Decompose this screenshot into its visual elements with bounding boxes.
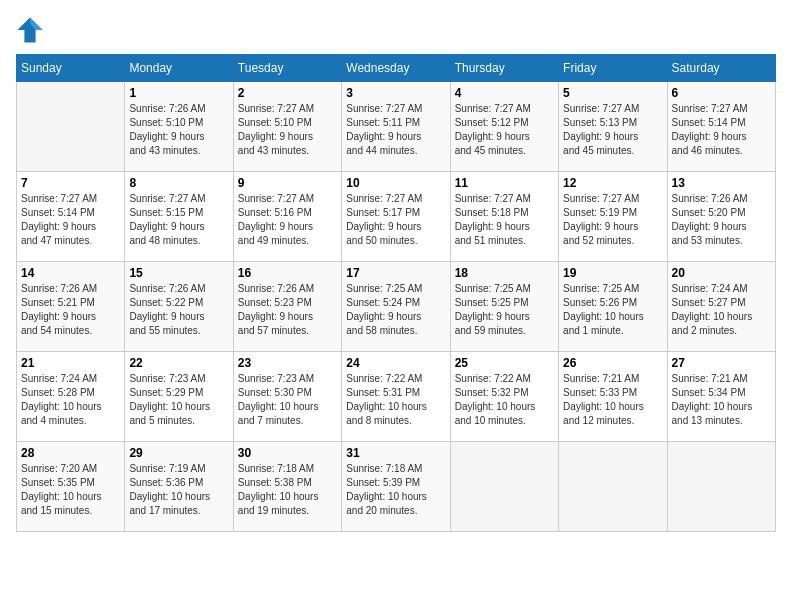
calendar-cell: 26Sunrise: 7:21 AM Sunset: 5:33 PM Dayli… (559, 352, 667, 442)
day-number: 22 (129, 356, 228, 370)
day-number: 1 (129, 86, 228, 100)
day-info: Sunrise: 7:27 AM Sunset: 5:12 PM Dayligh… (455, 102, 554, 158)
calendar-cell: 6Sunrise: 7:27 AM Sunset: 5:14 PM Daylig… (667, 82, 775, 172)
day-number: 31 (346, 446, 445, 460)
day-number: 8 (129, 176, 228, 190)
calendar-cell: 12Sunrise: 7:27 AM Sunset: 5:19 PM Dayli… (559, 172, 667, 262)
calendar-cell: 30Sunrise: 7:18 AM Sunset: 5:38 PM Dayli… (233, 442, 341, 532)
day-info: Sunrise: 7:27 AM Sunset: 5:13 PM Dayligh… (563, 102, 662, 158)
weekday-header: Monday (125, 55, 233, 82)
day-number: 20 (672, 266, 771, 280)
day-number: 18 (455, 266, 554, 280)
day-info: Sunrise: 7:26 AM Sunset: 5:23 PM Dayligh… (238, 282, 337, 338)
calendar-week-row: 7Sunrise: 7:27 AM Sunset: 5:14 PM Daylig… (17, 172, 776, 262)
day-info: Sunrise: 7:26 AM Sunset: 5:10 PM Dayligh… (129, 102, 228, 158)
calendar-cell: 7Sunrise: 7:27 AM Sunset: 5:14 PM Daylig… (17, 172, 125, 262)
calendar-cell: 21Sunrise: 7:24 AM Sunset: 5:28 PM Dayli… (17, 352, 125, 442)
weekday-header: Friday (559, 55, 667, 82)
day-number: 7 (21, 176, 120, 190)
calendar-cell: 13Sunrise: 7:26 AM Sunset: 5:20 PM Dayli… (667, 172, 775, 262)
day-info: Sunrise: 7:20 AM Sunset: 5:35 PM Dayligh… (21, 462, 120, 518)
calendar-week-row: 14Sunrise: 7:26 AM Sunset: 5:21 PM Dayli… (17, 262, 776, 352)
calendar-cell: 28Sunrise: 7:20 AM Sunset: 5:35 PM Dayli… (17, 442, 125, 532)
calendar-week-row: 28Sunrise: 7:20 AM Sunset: 5:35 PM Dayli… (17, 442, 776, 532)
day-info: Sunrise: 7:23 AM Sunset: 5:29 PM Dayligh… (129, 372, 228, 428)
day-number: 12 (563, 176, 662, 190)
calendar-cell: 10Sunrise: 7:27 AM Sunset: 5:17 PM Dayli… (342, 172, 450, 262)
weekday-header: Wednesday (342, 55, 450, 82)
calendar-cell (450, 442, 558, 532)
calendar-cell: 19Sunrise: 7:25 AM Sunset: 5:26 PM Dayli… (559, 262, 667, 352)
calendar-cell: 1Sunrise: 7:26 AM Sunset: 5:10 PM Daylig… (125, 82, 233, 172)
weekday-header: Saturday (667, 55, 775, 82)
day-number: 26 (563, 356, 662, 370)
day-number: 27 (672, 356, 771, 370)
calendar-cell: 4Sunrise: 7:27 AM Sunset: 5:12 PM Daylig… (450, 82, 558, 172)
day-number: 16 (238, 266, 337, 280)
page-header (16, 16, 776, 44)
day-info: Sunrise: 7:21 AM Sunset: 5:33 PM Dayligh… (563, 372, 662, 428)
day-info: Sunrise: 7:22 AM Sunset: 5:32 PM Dayligh… (455, 372, 554, 428)
day-number: 4 (455, 86, 554, 100)
day-info: Sunrise: 7:27 AM Sunset: 5:14 PM Dayligh… (21, 192, 120, 248)
calendar-cell: 23Sunrise: 7:23 AM Sunset: 5:30 PM Dayli… (233, 352, 341, 442)
day-info: Sunrise: 7:19 AM Sunset: 5:36 PM Dayligh… (129, 462, 228, 518)
day-info: Sunrise: 7:18 AM Sunset: 5:38 PM Dayligh… (238, 462, 337, 518)
weekday-header: Thursday (450, 55, 558, 82)
calendar-header: SundayMondayTuesdayWednesdayThursdayFrid… (17, 55, 776, 82)
day-info: Sunrise: 7:27 AM Sunset: 5:14 PM Dayligh… (672, 102, 771, 158)
calendar-cell: 24Sunrise: 7:22 AM Sunset: 5:31 PM Dayli… (342, 352, 450, 442)
calendar-table: SundayMondayTuesdayWednesdayThursdayFrid… (16, 54, 776, 532)
weekday-header: Sunday (17, 55, 125, 82)
day-info: Sunrise: 7:25 AM Sunset: 5:24 PM Dayligh… (346, 282, 445, 338)
calendar-cell: 16Sunrise: 7:26 AM Sunset: 5:23 PM Dayli… (233, 262, 341, 352)
day-number: 11 (455, 176, 554, 190)
weekday-header: Tuesday (233, 55, 341, 82)
calendar-cell: 20Sunrise: 7:24 AM Sunset: 5:27 PM Dayli… (667, 262, 775, 352)
calendar-week-row: 1Sunrise: 7:26 AM Sunset: 5:10 PM Daylig… (17, 82, 776, 172)
day-info: Sunrise: 7:21 AM Sunset: 5:34 PM Dayligh… (672, 372, 771, 428)
calendar-cell: 18Sunrise: 7:25 AM Sunset: 5:25 PM Dayli… (450, 262, 558, 352)
day-number: 29 (129, 446, 228, 460)
day-number: 17 (346, 266, 445, 280)
day-number: 5 (563, 86, 662, 100)
calendar-week-row: 21Sunrise: 7:24 AM Sunset: 5:28 PM Dayli… (17, 352, 776, 442)
day-number: 24 (346, 356, 445, 370)
calendar-cell: 29Sunrise: 7:19 AM Sunset: 5:36 PM Dayli… (125, 442, 233, 532)
calendar-cell: 17Sunrise: 7:25 AM Sunset: 5:24 PM Dayli… (342, 262, 450, 352)
day-info: Sunrise: 7:27 AM Sunset: 5:19 PM Dayligh… (563, 192, 662, 248)
day-info: Sunrise: 7:27 AM Sunset: 5:18 PM Dayligh… (455, 192, 554, 248)
logo (16, 16, 48, 44)
calendar-cell: 3Sunrise: 7:27 AM Sunset: 5:11 PM Daylig… (342, 82, 450, 172)
day-info: Sunrise: 7:23 AM Sunset: 5:30 PM Dayligh… (238, 372, 337, 428)
day-info: Sunrise: 7:27 AM Sunset: 5:16 PM Dayligh… (238, 192, 337, 248)
calendar-body: 1Sunrise: 7:26 AM Sunset: 5:10 PM Daylig… (17, 82, 776, 532)
day-number: 23 (238, 356, 337, 370)
day-number: 21 (21, 356, 120, 370)
weekday-row: SundayMondayTuesdayWednesdayThursdayFrid… (17, 55, 776, 82)
calendar-cell: 14Sunrise: 7:26 AM Sunset: 5:21 PM Dayli… (17, 262, 125, 352)
day-number: 6 (672, 86, 771, 100)
day-info: Sunrise: 7:24 AM Sunset: 5:27 PM Dayligh… (672, 282, 771, 338)
calendar-cell (17, 82, 125, 172)
logo-icon (16, 16, 44, 44)
day-number: 10 (346, 176, 445, 190)
day-info: Sunrise: 7:25 AM Sunset: 5:25 PM Dayligh… (455, 282, 554, 338)
day-number: 13 (672, 176, 771, 190)
day-info: Sunrise: 7:18 AM Sunset: 5:39 PM Dayligh… (346, 462, 445, 518)
calendar-cell: 27Sunrise: 7:21 AM Sunset: 5:34 PM Dayli… (667, 352, 775, 442)
day-number: 15 (129, 266, 228, 280)
day-number: 3 (346, 86, 445, 100)
day-info: Sunrise: 7:27 AM Sunset: 5:15 PM Dayligh… (129, 192, 228, 248)
calendar-cell: 5Sunrise: 7:27 AM Sunset: 5:13 PM Daylig… (559, 82, 667, 172)
day-info: Sunrise: 7:25 AM Sunset: 5:26 PM Dayligh… (563, 282, 662, 338)
calendar-cell (559, 442, 667, 532)
day-info: Sunrise: 7:27 AM Sunset: 5:17 PM Dayligh… (346, 192, 445, 248)
day-number: 2 (238, 86, 337, 100)
calendar-cell: 25Sunrise: 7:22 AM Sunset: 5:32 PM Dayli… (450, 352, 558, 442)
day-info: Sunrise: 7:22 AM Sunset: 5:31 PM Dayligh… (346, 372, 445, 428)
day-info: Sunrise: 7:27 AM Sunset: 5:10 PM Dayligh… (238, 102, 337, 158)
day-info: Sunrise: 7:26 AM Sunset: 5:20 PM Dayligh… (672, 192, 771, 248)
day-info: Sunrise: 7:27 AM Sunset: 5:11 PM Dayligh… (346, 102, 445, 158)
day-info: Sunrise: 7:26 AM Sunset: 5:22 PM Dayligh… (129, 282, 228, 338)
